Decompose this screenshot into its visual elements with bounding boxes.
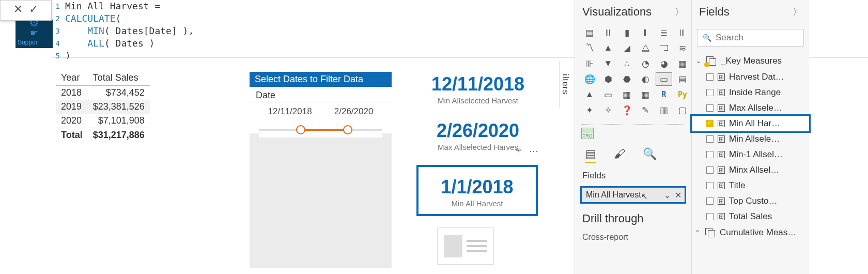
viz-card[interactable]: ▭ <box>656 72 672 86</box>
viz-stacked-bar-100[interactable]: ≣ <box>656 26 672 39</box>
viz-gauge[interactable]: ◐ <box>637 72 654 86</box>
pro-visual-icon[interactable]: PRO <box>581 128 594 139</box>
visualization-gallery: ▤⫼▮⫿≣⫼〽▲◢⧋⫎≋⊪▼∴◔◕▦🌐⬢⬣◐▭▤▲▭▦▦RPy✦✧❓✎▥▢ <box>575 26 691 121</box>
viz-filled-map[interactable]: ⬢ <box>600 72 616 86</box>
field-label: Harvest Dat… <box>729 72 784 82</box>
date-slicer[interactable]: Select Dates to Filter Data Date 12/11/2… <box>250 72 392 268</box>
checkbox[interactable] <box>706 166 714 174</box>
viz-narrative[interactable]: ✎ <box>637 103 654 117</box>
slider-handle-start[interactable] <box>296 125 305 134</box>
table-key-measures[interactable]: ⌄ _Key Measures <box>692 53 809 69</box>
chevron-right-icon[interactable]: 〉 <box>675 6 684 18</box>
field-harvest-dat-[interactable]: Harvest Dat… <box>692 69 809 85</box>
format-tab-icon[interactable]: 🖌 <box>614 147 625 163</box>
analytics-tab-icon[interactable]: 🔍 <box>643 147 657 163</box>
viz-stacked-area[interactable]: ◢ <box>618 41 635 55</box>
commit-icon[interactable]: ✓ <box>29 4 38 15</box>
viz-treemap[interactable]: ▦ <box>674 57 691 70</box>
viz-kpi[interactable]: ▲ <box>581 88 598 101</box>
viz-area[interactable]: ▲ <box>600 41 616 55</box>
checkbox[interactable] <box>706 73 714 81</box>
drillthrough-title: Drill through <box>575 209 691 229</box>
field-total-sales[interactable]: Total Sales <box>692 209 809 224</box>
field-minx-allsel-[interactable]: Minx Allsel… <box>692 162 809 178</box>
viz-py[interactable]: Py <box>674 88 691 101</box>
viz-ribbon[interactable]: ≋ <box>674 41 691 55</box>
viz-paginated[interactable]: ▥ <box>656 103 672 117</box>
viz-stacked-bar[interactable]: ▤ <box>581 26 598 39</box>
table-row: 2018 $734,452 <box>56 86 150 100</box>
field-label: Total Sales <box>729 211 772 222</box>
chevron-down-icon[interactable]: ⌄ <box>664 190 671 200</box>
viz-line[interactable]: 〽 <box>581 41 598 55</box>
field-inside-range[interactable]: Inside Range <box>692 85 809 100</box>
checkbox[interactable] <box>706 89 714 96</box>
chevron-right-icon: ⌃ <box>695 229 701 236</box>
viz-donut[interactable]: ◕ <box>656 57 672 70</box>
viz-qa[interactable]: ❓ <box>618 103 635 117</box>
filters-pane-collapsed[interactable]: ilters <box>559 61 570 108</box>
blank-visual-placeholder[interactable] <box>437 227 494 265</box>
viz-pie[interactable]: ◔ <box>637 57 654 70</box>
viz-powerapps[interactable]: ▢ <box>674 103 691 117</box>
viz-slicer[interactable]: ▭ <box>600 88 616 101</box>
search-input[interactable] <box>716 33 825 43</box>
filter-icon[interactable]: ⫧ <box>515 145 524 157</box>
viz-funnel[interactable]: ▼ <box>600 57 616 70</box>
viz-shape-map[interactable]: ⬣ <box>618 72 635 86</box>
field-well[interactable]: Min All Harvest ↖ ⌄ ✕ <box>580 186 686 204</box>
checkbox[interactable] <box>706 151 714 158</box>
slider-handle-end[interactable] <box>343 125 352 134</box>
card-min-all-harvest[interactable]: 1/1/2018 Min All Harvest <box>416 165 538 216</box>
table-cumulative[interactable]: ⌃ Cumulative Meas… <box>692 224 809 241</box>
viz-stacked-col[interactable]: ▮ <box>618 26 635 39</box>
slicer-start[interactable]: 12/11/2018 <box>268 106 312 117</box>
more-icon[interactable]: ⋯ <box>529 145 538 157</box>
viz-waterfall[interactable]: ⊪ <box>581 57 598 70</box>
field-title[interactable]: Title <box>692 178 809 193</box>
card-max-allselected[interactable]: 2/26/2020 Max Allselected Harves ⫧ ⋯ <box>419 120 537 151</box>
viz-line-col2[interactable]: ⫎ <box>656 41 672 55</box>
report-canvas[interactable]: Year Total Sales 2018 $734,452 2019 $23,… <box>0 59 568 268</box>
measure-icon <box>718 151 725 158</box>
checkbox[interactable] <box>706 213 714 220</box>
viz-line-col[interactable]: ⧋ <box>637 41 654 55</box>
field-min-all-har-[interactable]: Min All Har… <box>692 116 809 131</box>
viz-table[interactable]: ▦ <box>618 88 635 101</box>
field-min-allsele-[interactable]: Min Allsele… <box>692 131 809 147</box>
viz-clustered-bar[interactable]: ⫼ <box>600 26 616 39</box>
measure-icon <box>718 89 725 96</box>
field-max-allsele-[interactable]: Max Allsele… <box>692 100 809 116</box>
viz-clustered-col[interactable]: ⫿ <box>637 26 654 39</box>
slicer-end[interactable]: 2/26/2020 <box>334 106 374 117</box>
viz-r[interactable]: R <box>656 88 672 101</box>
cancel-icon[interactable]: ✕ <box>13 4 23 15</box>
checkbox[interactable] <box>706 120 714 127</box>
viz-key-influencers[interactable]: ✦ <box>581 103 598 117</box>
fields-tab-icon[interactable]: ▤ <box>585 147 596 163</box>
card-min-allselected[interactable]: 12/11/2018 Min Allselected Harvest <box>419 73 537 105</box>
fields-search[interactable]: 🔍 <box>697 29 804 47</box>
line-gutter: 1 2 3 4 5 <box>52 0 61 57</box>
viz-map[interactable]: 🌐 <box>581 72 598 86</box>
field-top-custo-[interactable]: Top Custo… <box>692 193 809 209</box>
table-row: 2019 $23,381,526 <box>56 100 150 114</box>
checkbox[interactable] <box>706 182 714 189</box>
viz-clustered-col-100[interactable]: ⫼ <box>674 26 691 39</box>
checkbox[interactable] <box>706 104 714 112</box>
checkbox[interactable] <box>706 197 714 205</box>
slicer-track[interactable] <box>259 123 382 138</box>
fields-section-label: Fields <box>575 168 691 186</box>
viz-decomp[interactable]: ✧ <box>600 103 616 117</box>
measure-icon <box>718 182 725 189</box>
pane-title: Fields <box>699 5 730 19</box>
remove-field-icon[interactable]: ✕ <box>675 190 681 200</box>
checkbox[interactable] <box>706 135 714 143</box>
chevron-right-icon[interactable]: 〉 <box>793 6 802 18</box>
sales-table[interactable]: Year Total Sales 2018 $734,452 2019 $23,… <box>56 70 150 142</box>
hand-icon: ☛ <box>18 27 51 39</box>
viz-multi-card[interactable]: ▤ <box>674 72 691 86</box>
field-min-1-allsel-[interactable]: Min-1 Allsel… <box>692 147 809 162</box>
viz-scatter[interactable]: ∴ <box>618 57 635 70</box>
viz-matrix[interactable]: ▦ <box>637 88 654 101</box>
